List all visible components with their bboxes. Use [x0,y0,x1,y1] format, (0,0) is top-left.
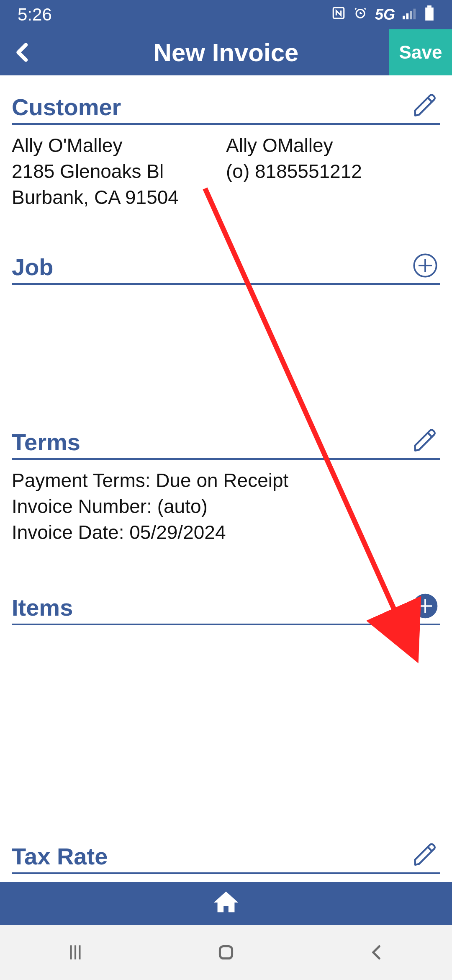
customer-left-col: Ally O'Malley 2185 Glenoaks Bl Burbank, … [12,132,226,210]
plus-filled-icon [412,593,439,619]
customer-section-header: Customer [12,90,440,125]
recents-icon [65,942,86,963]
items-section-header: Items [12,591,440,625]
tax-rate-title: Tax Rate [12,843,108,870]
add-item-button[interactable] [410,591,440,621]
edit-tax-rate-button[interactable] [410,840,440,870]
edit-customer-button[interactable] [410,90,440,121]
customer-address-line2: Burbank, CA 91504 [12,184,226,210]
nav-home-button[interactable] [188,938,264,967]
pencil-icon [412,841,439,868]
nav-back-icon [366,942,387,963]
svg-rect-7 [425,7,434,20]
customer-right-col: Ally OMalley (o) 8185551212 [226,132,440,210]
job-body-empty [12,285,440,410]
app-bar: New Invoice Save [0,29,452,75]
customer-address-line1: 2185 Glenoaks Bl [12,158,226,184]
terms-title: Terms [12,428,80,456]
pencil-icon [412,92,439,119]
pencil-icon [412,427,439,454]
save-button[interactable]: Save [389,29,452,75]
edit-terms-button[interactable] [410,426,440,456]
svg-rect-3 [406,13,409,19]
terms-invoice-date: Invoice Date: 05/29/2024 [12,519,440,545]
content-area: Customer Ally O'Malley 2185 Glenoaks Bl … [0,75,452,925]
status-time: 5:26 [18,5,52,25]
terms-body: Payment Terms: Due on Receipt Invoice Nu… [12,460,440,545]
terms-invoice-number: Invoice Number: (auto) [12,493,440,519]
signal-icon [403,6,417,23]
alarm-icon [353,6,367,24]
back-button[interactable] [4,34,42,71]
customer-phone: (o) 8185551212 [226,158,440,184]
home-icon [211,888,241,917]
svg-rect-6 [427,5,431,8]
svg-rect-2 [403,16,405,20]
customer-name: Ally O'Malley [12,132,226,158]
nav-back-button[interactable] [339,938,414,967]
terms-section-header: Terms [12,426,440,460]
page-title: New Invoice [0,38,452,67]
customer-contact-name: Ally OMalley [226,132,440,158]
home-button[interactable] [211,888,241,919]
job-title: Job [12,253,54,281]
plus-icon [412,252,439,279]
customer-body: Ally O'Malley 2185 Glenoaks Bl Burbank, … [12,125,440,210]
terms-payment: Payment Terms: Due on Receipt [12,467,440,493]
items-body-empty [12,625,440,825]
svg-rect-4 [410,11,412,19]
customer-title: Customer [12,93,121,121]
nav-recents-button[interactable] [38,938,113,967]
nfc-icon [331,6,346,24]
svg-rect-11 [220,946,232,958]
svg-rect-5 [413,9,416,19]
items-title: Items [12,594,73,621]
battery-icon [424,5,434,24]
status-bar: 5:26 5G [0,0,452,29]
tax-rate-section-header: Tax Rate [12,840,440,874]
network-type-label: 5G [375,6,395,23]
add-job-button[interactable] [410,250,440,281]
bottom-home-bar [0,882,452,925]
status-right: 5G [331,5,434,24]
android-nav-bar [0,925,452,980]
job-section-header: Job [12,250,440,285]
nav-home-icon [216,942,236,963]
